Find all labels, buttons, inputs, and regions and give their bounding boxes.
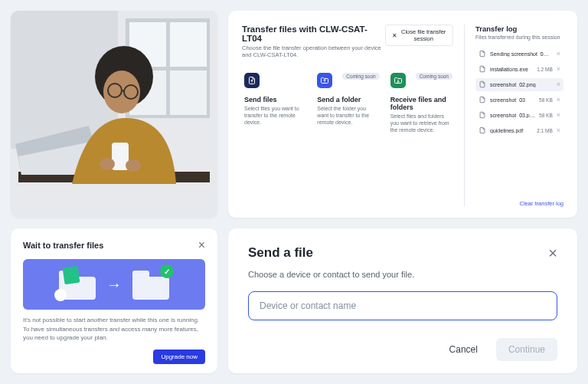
upgrade-button[interactable]: Upgrade now: [153, 350, 205, 364]
log-item-meta: 2.1 MB: [537, 128, 553, 133]
close-session-button[interactable]: ✕ Close file transfer session: [385, 25, 453, 46]
log-item: screenshot_03.png58 KB×: [475, 109, 564, 122]
tile-sub: Select the folder you want to transfer t…: [317, 105, 377, 126]
folder-dest-icon: [132, 269, 169, 300]
tile-title: Send files: [244, 96, 305, 103]
tile-title: Receive files and folders: [390, 96, 451, 111]
file-up-icon: [244, 73, 260, 88]
file-icon: [479, 126, 486, 135]
log-list: Sending screenshot_01.png×installations.…: [475, 48, 564, 200]
remove-log-item-icon[interactable]: ×: [557, 127, 560, 134]
svg-line-15: [122, 90, 124, 91]
remove-log-item-icon[interactable]: ×: [557, 81, 560, 88]
log-item: installations.exe1.2 MB×: [475, 63, 564, 76]
log-item-name: installations.exe: [490, 67, 533, 72]
file-icon: [479, 96, 486, 104]
arrow-right-icon: →: [106, 276, 122, 294]
transfer-log-panel: Transfer log Files transferred during th…: [464, 25, 564, 207]
wait-illustration: →: [23, 259, 205, 310]
file-icon: [479, 111, 486, 120]
clear-log-link[interactable]: Clear transfer log: [519, 200, 564, 207]
log-item-name: guidelines.pdf: [490, 128, 533, 133]
send-title: Send a file: [248, 245, 313, 261]
continue-button[interactable]: Continue: [496, 338, 557, 361]
file-icon: [479, 80, 486, 89]
send-file-dialog: Send a file × Choose a device or contact…: [228, 228, 577, 373]
file-icon: [479, 65, 486, 74]
close-session-label: Close file transfer session: [400, 28, 446, 42]
remove-log-item-icon[interactable]: ×: [557, 112, 560, 119]
svg-rect-6: [170, 71, 207, 115]
check-icon: [160, 264, 174, 278]
log-item-meta: 58 KB: [539, 113, 553, 118]
transfer-subtitle: Choose the file transfer operation betwe…: [242, 44, 385, 58]
cancel-button[interactable]: Cancel: [439, 338, 488, 361]
close-icon: ✕: [392, 32, 397, 39]
svg-point-18: [100, 158, 115, 170]
wait-dialog: Wait to transfer files × → It's not poss…: [11, 228, 217, 373]
folder-up-icon: [317, 73, 332, 88]
tile-send-folder[interactable]: Coming soon Send a folder Select the fol…: [315, 72, 380, 134]
close-icon[interactable]: ×: [548, 245, 557, 261]
log-item: screenshot_02.png×: [475, 78, 564, 91]
transfer-files-panel: Transfer files with CLW-CSAT-LT04 Choose…: [228, 11, 577, 218]
log-subtitle: Files transferred during this session: [475, 34, 564, 40]
svg-rect-4: [170, 22, 207, 67]
wait-body: It's not possible to start another trans…: [23, 316, 205, 342]
transfer-title: Transfer files with CLW-CSAT-LT04: [242, 25, 385, 43]
tile-sub: Select files you want to transfer to the…: [244, 105, 305, 126]
hero-photo: [11, 11, 217, 218]
log-item-name: screenshot_02.png: [490, 82, 549, 87]
log-item-name: screenshot_03: [490, 97, 535, 103]
tile-send-files[interactable]: Send files Select files you want to tran…: [242, 72, 307, 134]
remove-log-item-icon[interactable]: ×: [557, 51, 560, 57]
log-item-meta: 1.2 MB: [537, 67, 553, 72]
photo-illustration: [11, 11, 217, 218]
log-item: guidelines.pdf2.1 MB×: [475, 124, 564, 137]
remove-log-item-icon[interactable]: ×: [557, 66, 560, 73]
log-item: screenshot_0358 KB×: [475, 94, 564, 107]
svg-point-19: [126, 159, 141, 172]
coming-soon-badge: Coming soon: [342, 73, 379, 80]
log-item-name: screenshot_03.png: [490, 113, 535, 118]
close-icon[interactable]: ×: [198, 239, 205, 251]
device-or-contact-input[interactable]: Device or contact name: [248, 291, 557, 320]
log-item: Sending screenshot_01.png×: [475, 48, 564, 61]
tile-sub: Select files and folders you want to ret…: [390, 113, 451, 133]
log-item-name: Sending screenshot_01.png: [490, 51, 549, 57]
folder-source-icon: [59, 269, 96, 300]
coming-soon-badge: Coming soon: [416, 73, 452, 80]
file-icon: [479, 50, 486, 58]
send-subtitle: Choose a device or contact to send your …: [248, 270, 557, 279]
wait-title: Wait to transfer files: [23, 241, 103, 250]
log-item-meta: 58 KB: [539, 97, 553, 103]
tile-title: Send a folder: [317, 96, 377, 103]
folder-down-icon: [390, 73, 406, 88]
tile-receive[interactable]: Coming soon Receive files and folders Se…: [388, 72, 453, 134]
log-title: Transfer log: [475, 25, 564, 33]
remove-log-item-icon[interactable]: ×: [557, 97, 560, 103]
